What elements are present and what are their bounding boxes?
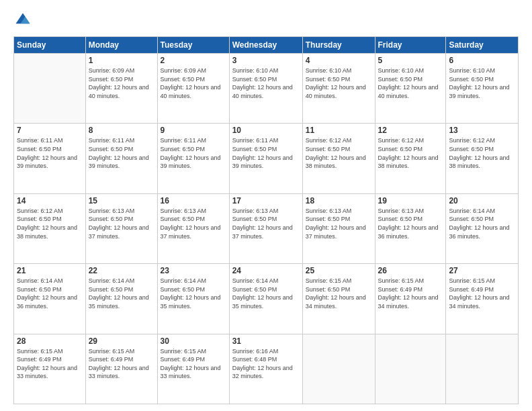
day-cell: 30Sunrise: 6:15 AMSunset: 6:49 PMDayligh…: [157, 334, 229, 404]
day-info: Sunrise: 6:14 AMSunset: 6:50 PMDaylight:…: [17, 277, 83, 310]
day-number: 22: [89, 266, 154, 275]
day-info: Sunrise: 6:12 AMSunset: 6:50 PMDaylight:…: [378, 136, 443, 170]
day-info: Sunrise: 6:13 AMSunset: 6:50 PMDaylight:…: [89, 207, 154, 240]
week-row-2: 7Sunrise: 6:11 AMSunset: 6:50 PMDaylight…: [14, 124, 519, 193]
day-cell: 10Sunrise: 6:11 AMSunset: 6:50 PMDayligh…: [229, 124, 302, 193]
day-cell: 22Sunrise: 6:14 AMSunset: 6:50 PMDayligh…: [85, 264, 157, 334]
day-info: Sunrise: 6:10 AMSunset: 6:50 PMDaylight:…: [449, 66, 515, 100]
day-number: 13: [449, 126, 515, 135]
day-cell: [446, 334, 519, 404]
day-info: Sunrise: 6:13 AMSunset: 6:50 PMDaylight:…: [161, 207, 226, 240]
day-info: Sunrise: 6:11 AMSunset: 6:50 PMDaylight:…: [89, 136, 154, 170]
weekday-header-row: SundayMondayTuesdayWednesdayThursdayFrid…: [14, 37, 519, 54]
logo-icon: [13, 11, 32, 30]
day-number: 6: [449, 56, 515, 65]
day-info: Sunrise: 6:12 AMSunset: 6:50 PMDaylight:…: [306, 136, 372, 170]
day-number: 23: [161, 266, 226, 275]
day-number: 19: [378, 196, 443, 205]
day-number: 15: [89, 196, 154, 205]
day-cell: 8Sunrise: 6:11 AMSunset: 6:50 PMDaylight…: [85, 124, 157, 193]
day-info: Sunrise: 6:09 AMSunset: 6:50 PMDaylight:…: [89, 66, 154, 100]
day-number: 11: [306, 126, 372, 135]
day-cell: 23Sunrise: 6:14 AMSunset: 6:50 PMDayligh…: [157, 264, 229, 334]
day-number: 31: [232, 336, 300, 346]
day-cell: 28Sunrise: 6:15 AMSunset: 6:49 PMDayligh…: [14, 334, 86, 404]
day-number: 10: [232, 126, 300, 135]
day-info: Sunrise: 6:15 AMSunset: 6:49 PMDaylight:…: [89, 347, 154, 381]
day-cell: 26Sunrise: 6:15 AMSunset: 6:49 PMDayligh…: [375, 264, 446, 334]
day-cell: 7Sunrise: 6:11 AMSunset: 6:50 PMDaylight…: [14, 124, 86, 193]
calendar-table: SundayMondayTuesdayWednesdayThursdayFrid…: [13, 36, 519, 404]
day-number: 9: [161, 126, 226, 135]
day-info: Sunrise: 6:15 AMSunset: 6:50 PMDaylight:…: [306, 277, 372, 310]
day-cell: 19Sunrise: 6:13 AMSunset: 6:50 PMDayligh…: [375, 193, 446, 263]
day-info: Sunrise: 6:10 AMSunset: 6:50 PMDaylight:…: [306, 66, 372, 100]
day-number: 24: [232, 266, 300, 275]
day-cell: 16Sunrise: 6:13 AMSunset: 6:50 PMDayligh…: [157, 193, 229, 263]
day-info: Sunrise: 6:13 AMSunset: 6:50 PMDaylight:…: [378, 207, 443, 240]
day-number: 4: [306, 56, 372, 65]
day-info: Sunrise: 6:14 AMSunset: 6:50 PMDaylight:…: [449, 207, 515, 240]
day-number: 28: [17, 336, 83, 346]
day-number: 16: [161, 196, 226, 205]
day-cell: 25Sunrise: 6:15 AMSunset: 6:50 PMDayligh…: [302, 264, 375, 334]
day-cell: 27Sunrise: 6:15 AMSunset: 6:49 PMDayligh…: [446, 264, 519, 334]
day-cell: 6Sunrise: 6:10 AMSunset: 6:50 PMDaylight…: [446, 54, 519, 124]
day-cell: 18Sunrise: 6:13 AMSunset: 6:50 PMDayligh…: [302, 193, 375, 263]
day-number: 30: [161, 336, 226, 346]
day-number: 20: [449, 196, 515, 205]
day-info: Sunrise: 6:14 AMSunset: 6:50 PMDaylight:…: [89, 277, 154, 310]
day-cell: 24Sunrise: 6:14 AMSunset: 6:50 PMDayligh…: [229, 264, 302, 334]
day-number: 25: [306, 266, 372, 275]
day-cell: 3Sunrise: 6:10 AMSunset: 6:50 PMDaylight…: [229, 54, 302, 124]
day-cell: 21Sunrise: 6:14 AMSunset: 6:50 PMDayligh…: [14, 264, 86, 334]
day-info: Sunrise: 6:11 AMSunset: 6:50 PMDaylight:…: [232, 136, 300, 170]
weekday-header-friday: Friday: [375, 37, 446, 54]
day-info: Sunrise: 6:10 AMSunset: 6:50 PMDaylight:…: [232, 66, 300, 100]
day-cell: 31Sunrise: 6:16 AMSunset: 6:48 PMDayligh…: [229, 334, 302, 404]
day-info: Sunrise: 6:13 AMSunset: 6:50 PMDaylight:…: [232, 207, 300, 240]
day-number: 27: [449, 266, 515, 275]
day-cell: 11Sunrise: 6:12 AMSunset: 6:50 PMDayligh…: [302, 124, 375, 193]
weekday-header-monday: Monday: [85, 37, 157, 54]
day-number: 29: [89, 336, 154, 346]
day-number: 21: [17, 266, 83, 275]
weekday-header-wednesday: Wednesday: [229, 37, 302, 54]
day-cell: 20Sunrise: 6:14 AMSunset: 6:50 PMDayligh…: [446, 193, 519, 263]
day-number: 5: [378, 56, 443, 65]
day-number: 3: [232, 56, 300, 65]
day-cell: 5Sunrise: 6:10 AMSunset: 6:50 PMDaylight…: [375, 54, 446, 124]
day-info: Sunrise: 6:09 AMSunset: 6:50 PMDaylight:…: [161, 66, 226, 100]
day-info: Sunrise: 6:15 AMSunset: 6:49 PMDaylight:…: [449, 277, 515, 310]
day-info: Sunrise: 6:14 AMSunset: 6:50 PMDaylight:…: [232, 277, 300, 310]
page: SundayMondayTuesdayWednesdayThursdayFrid…: [0, 0, 532, 411]
weekday-header-thursday: Thursday: [302, 37, 375, 54]
day-number: 12: [378, 126, 443, 135]
day-info: Sunrise: 6:13 AMSunset: 6:50 PMDaylight:…: [306, 207, 372, 240]
weekday-header-saturday: Saturday: [446, 37, 519, 54]
logo: [13, 11, 35, 30]
day-number: 18: [306, 196, 372, 205]
day-info: Sunrise: 6:14 AMSunset: 6:50 PMDaylight:…: [161, 277, 226, 310]
week-row-1: 1Sunrise: 6:09 AMSunset: 6:50 PMDaylight…: [14, 54, 519, 124]
weekday-header-sunday: Sunday: [14, 37, 86, 54]
day-number: 17: [232, 196, 300, 205]
day-cell: [14, 54, 86, 124]
day-info: Sunrise: 6:15 AMSunset: 6:49 PMDaylight:…: [17, 347, 83, 381]
day-cell: 4Sunrise: 6:10 AMSunset: 6:50 PMDaylight…: [302, 54, 375, 124]
day-number: 1: [89, 56, 154, 65]
week-row-4: 21Sunrise: 6:14 AMSunset: 6:50 PMDayligh…: [14, 264, 519, 334]
day-number: 26: [378, 266, 443, 275]
day-info: Sunrise: 6:12 AMSunset: 6:50 PMDaylight:…: [449, 136, 515, 170]
day-cell: 1Sunrise: 6:09 AMSunset: 6:50 PMDaylight…: [85, 54, 157, 124]
day-info: Sunrise: 6:12 AMSunset: 6:50 PMDaylight:…: [17, 207, 83, 240]
day-cell: 29Sunrise: 6:15 AMSunset: 6:49 PMDayligh…: [85, 334, 157, 404]
day-number: 7: [17, 126, 83, 135]
day-info: Sunrise: 6:15 AMSunset: 6:49 PMDaylight:…: [378, 277, 443, 310]
day-cell: 17Sunrise: 6:13 AMSunset: 6:50 PMDayligh…: [229, 193, 302, 263]
day-cell: 9Sunrise: 6:11 AMSunset: 6:50 PMDaylight…: [157, 124, 229, 193]
day-number: 8: [89, 126, 154, 135]
day-cell: [375, 334, 446, 404]
day-cell: 14Sunrise: 6:12 AMSunset: 6:50 PMDayligh…: [14, 193, 86, 263]
day-cell: [302, 334, 375, 404]
